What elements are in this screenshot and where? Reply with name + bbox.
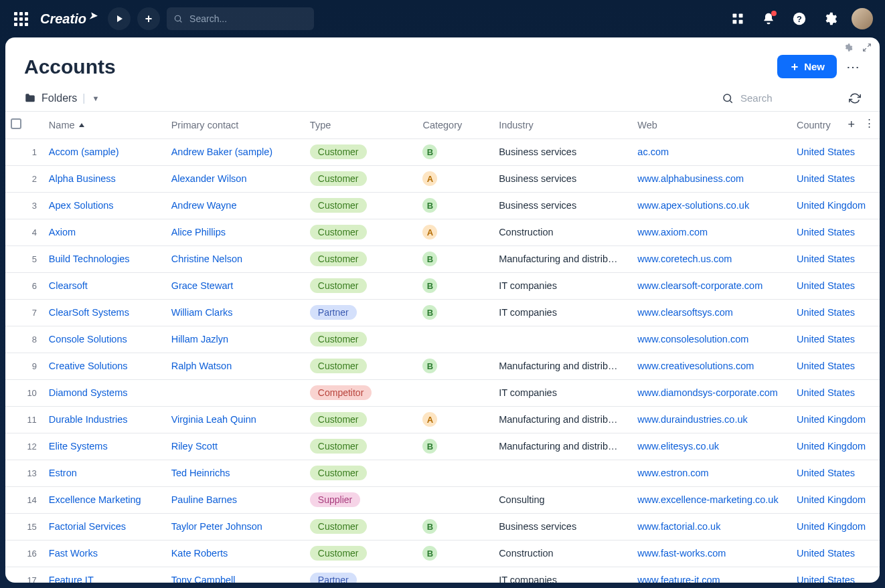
account-name-link[interactable]: Feature IT (49, 575, 94, 583)
web-link[interactable]: www.coretech.us.com (637, 254, 732, 264)
web-link[interactable]: www.estron.com (637, 468, 708, 478)
web-link[interactable]: www.clearsoft-corporate.com (637, 280, 762, 291)
web-link[interactable]: www.alphabusiness.com (637, 173, 744, 184)
table-row[interactable]: 5Build TechnologiesChristine NelsonCusto… (5, 246, 880, 272)
run-process-button[interactable] (108, 7, 131, 30)
web-link[interactable]: www.axiom.com (637, 227, 708, 237)
web-link[interactable]: www.feature-it.com (637, 575, 720, 583)
table-row[interactable]: 2Alpha BusinessAlexander WilsonCustomerA… (5, 165, 880, 192)
account-name-link[interactable]: Axiom (49, 227, 76, 237)
col-web[interactable]: Web (632, 112, 791, 138)
contact-link[interactable]: Ralph Watson (171, 361, 232, 371)
account-name-link[interactable]: Estron (49, 468, 77, 478)
country-link[interactable]: United States (797, 387, 855, 398)
col-name[interactable]: Name (44, 112, 166, 138)
country-link[interactable]: United States (797, 361, 855, 371)
table-row[interactable]: 8Console SolutionsHillam JazlynCustomerw… (5, 326, 880, 353)
table-row[interactable]: 10Diamond SystemsCompetitorIT companiesw… (5, 379, 880, 406)
web-link[interactable]: www.apex-solutions.co.uk (637, 200, 749, 211)
table-row[interactable]: 7ClearSoft SystemsWilliam ClarksPartnerB… (5, 299, 880, 326)
account-name-link[interactable]: Elite Systems (49, 441, 108, 452)
contact-link[interactable]: Pauline Barnes (171, 494, 237, 505)
expand-button[interactable] (861, 41, 873, 54)
contact-link[interactable]: William Clarks (171, 307, 233, 318)
web-link[interactable]: www.diamondsys-corporate.com (637, 387, 778, 398)
contact-link[interactable]: Alexander Wilson (171, 173, 247, 184)
account-name-link[interactable]: Fast Works (49, 548, 98, 559)
col-type[interactable]: Type (305, 112, 418, 138)
web-link[interactable]: www.creativesolutions.com (637, 361, 754, 371)
folders-button[interactable]: Folders | ▼ (24, 92, 99, 104)
contact-link[interactable]: Hillam Jazlyn (171, 334, 228, 345)
contact-link[interactable]: Alice Phillips (171, 227, 226, 237)
web-link[interactable]: www.duraindustries.co.uk (637, 414, 747, 425)
help-button[interactable]: ? (790, 9, 809, 28)
web-link[interactable]: www.fast-works.com (637, 548, 726, 559)
account-name-link[interactable]: Excellence Marketing (49, 494, 141, 505)
country-link[interactable]: United States (797, 173, 855, 184)
contact-link[interactable]: Riley Scott (171, 441, 218, 452)
table-row[interactable]: 1Accom (sample)Andrew Baker (sample)Cust… (5, 138, 880, 165)
table-row[interactable]: 13EstronTed HeinrichsCustomerwww.estron.… (5, 460, 880, 486)
col-industry[interactable]: Industry (493, 112, 632, 138)
table-search[interactable] (722, 92, 833, 104)
web-link[interactable]: www.elitesys.co.uk (637, 441, 719, 452)
marketplace-button[interactable] (728, 9, 747, 28)
account-name-link[interactable]: Accom (sample) (49, 146, 119, 157)
refresh-button[interactable] (849, 92, 861, 104)
table-row[interactable]: 14Excellence MarketingPauline BarnesSupp… (5, 486, 880, 513)
col-country[interactable]: Country + ⋮ (791, 112, 880, 138)
settings-button[interactable] (821, 9, 839, 28)
web-link[interactable]: www.factorial.co.uk (637, 521, 720, 532)
contact-link[interactable]: Andrew Baker (sample) (171, 146, 273, 157)
country-link[interactable]: United States (797, 146, 855, 157)
add-column-button[interactable]: + (848, 118, 855, 132)
contact-link[interactable]: Virginia Leah Quinn (171, 414, 256, 425)
web-link[interactable]: www.excellence-marketing.co.uk (637, 494, 778, 505)
app-launcher-button[interactable] (9, 7, 32, 30)
country-link[interactable]: United Kingdom (797, 441, 866, 452)
contact-link[interactable]: Ted Heinrichs (171, 468, 230, 478)
account-name-link[interactable]: Durable Industries (49, 414, 128, 425)
table-row[interactable]: 16Fast WorksKate RobertsCustomerBConstru… (5, 540, 880, 567)
table-row[interactable]: 11Durable IndustriesVirginia Leah QuinnC… (5, 406, 880, 433)
country-link[interactable]: United Kingdom (797, 414, 866, 425)
contact-link[interactable]: Tony Campbell (171, 575, 236, 583)
country-link[interactable]: United Kingdom (797, 494, 866, 505)
table-row[interactable]: 15Factorial ServicesTaylor Peter Johnson… (5, 513, 880, 540)
global-search-input[interactable] (188, 13, 307, 25)
quick-add-button[interactable]: + (137, 7, 160, 30)
logo[interactable]: Creatio ➤ (40, 11, 97, 27)
web-link[interactable]: ac.com (637, 146, 669, 157)
contact-link[interactable]: Grace Stewart (171, 280, 234, 291)
select-all-header[interactable] (5, 112, 44, 138)
country-link[interactable]: United Kingdom (797, 521, 866, 532)
account-name-link[interactable]: Creative Solutions (49, 361, 128, 371)
country-link[interactable]: United States (797, 468, 855, 478)
account-name-link[interactable]: Apex Solutions (49, 200, 114, 211)
table-row[interactable]: 4AxiomAlice PhillipsCustomerAConstructio… (5, 219, 880, 246)
page-settings-button[interactable] (842, 41, 854, 54)
country-link[interactable]: United States (797, 307, 855, 318)
contact-link[interactable]: Christine Nelson (171, 254, 242, 264)
table-search-input[interactable] (739, 92, 833, 104)
web-link[interactable]: www.clearsoftsys.com (637, 307, 733, 318)
account-name-link[interactable]: Factorial Services (49, 521, 126, 532)
table-row[interactable]: 3Apex SolutionsAndrew WayneCustomerBBusi… (5, 192, 880, 219)
table-row[interactable]: 6ClearsoftGrace StewartCustomerBIT compa… (5, 272, 880, 299)
country-link[interactable]: United States (797, 575, 855, 583)
user-avatar[interactable] (852, 8, 873, 29)
account-name-link[interactable]: Clearsoft (49, 280, 88, 291)
column-menu-button[interactable]: ⋮ (864, 118, 874, 132)
col-primary-contact[interactable]: Primary contact (166, 112, 305, 138)
contact-link[interactable]: Taylor Peter Johnson (171, 521, 262, 532)
contact-link[interactable]: Andrew Wayne (171, 200, 237, 211)
col-category[interactable]: Category (417, 112, 493, 138)
country-link[interactable]: United Kingdom (797, 200, 866, 211)
country-link[interactable]: United States (797, 227, 855, 237)
country-link[interactable]: United States (797, 254, 855, 264)
table-row[interactable]: 9Creative SolutionsRalph WatsonCustomerB… (5, 353, 880, 379)
global-search[interactable] (167, 7, 314, 30)
account-name-link[interactable]: ClearSoft Systems (49, 307, 129, 318)
table-row[interactable]: 12Elite SystemsRiley ScottCustomerBManuf… (5, 433, 880, 460)
